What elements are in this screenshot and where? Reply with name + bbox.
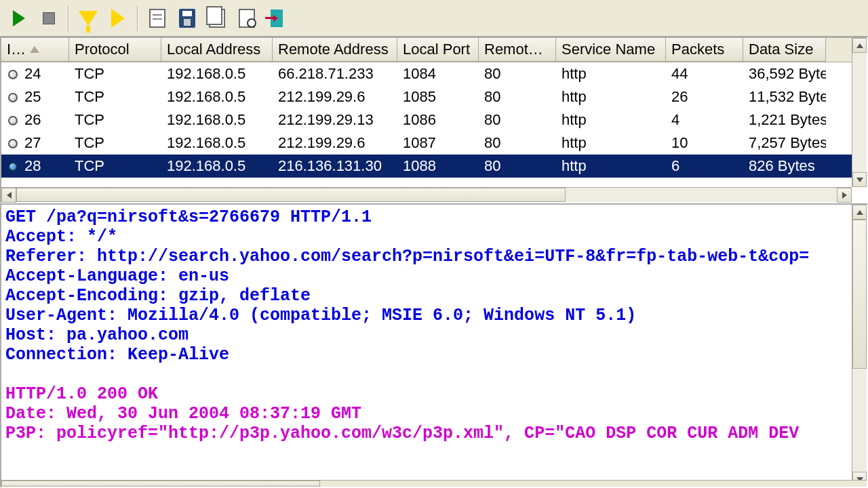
column-header-local-address[interactable]: Local Address (161, 38, 273, 62)
table-cell: 80 (479, 87, 556, 107)
table-cell: 1088 (397, 156, 479, 176)
scroll-up-button[interactable] (852, 38, 867, 53)
table-cell: 80 (479, 110, 556, 130)
document-icon (149, 9, 165, 28)
table-row[interactable]: 24TCP192.168.0.566.218.71.233108480http4… (1, 62, 867, 85)
table-cell: 6 (666, 156, 743, 176)
copy-button[interactable] (203, 5, 231, 32)
table-cell: 192.168.0.5 (161, 156, 273, 176)
chevron-up-icon (856, 43, 863, 48)
table-cell: http (556, 87, 666, 107)
column-header-local-port[interactable]: Local Port (397, 38, 479, 62)
table-row[interactable]: 28TCP192.168.0.5216.136.131.30108880http… (1, 155, 867, 178)
http-request-text: GET /pa?q=nirsoft&s=2766679 HTTP/1.1 Acc… (5, 207, 809, 365)
display-filter-button[interactable] (104, 5, 132, 32)
sort-ascending-icon (30, 46, 39, 53)
table-header-row: I… Protocol Local Address Remote Address… (1, 38, 867, 62)
table-cell: 66.218.71.233 (273, 64, 397, 84)
status-dot-icon (8, 70, 18, 79)
table-cell: 10 (666, 133, 743, 153)
column-header-remote-address[interactable]: Remote Address (273, 38, 397, 62)
exit-button[interactable] (263, 5, 290, 32)
status-dot-icon (8, 162, 18, 171)
table-cell: TCP (69, 133, 161, 153)
status-dot-icon (8, 93, 18, 102)
detail-vertical-scrollbar[interactable] (852, 205, 867, 487)
save-button[interactable] (174, 5, 201, 32)
stop-icon (43, 12, 55, 24)
table-row[interactable]: 25TCP192.168.0.5212.199.29.6108580http26… (1, 85, 867, 108)
table-cell: 212.199.29.6 (273, 87, 397, 107)
table-cell: 1,221 Bytes (743, 110, 826, 130)
status-dot-icon (8, 139, 18, 148)
toolbar-separator (68, 5, 69, 31)
chevron-up-icon (856, 210, 863, 215)
table-row[interactable]: 27TCP192.168.0.5212.199.29.6108780http10… (1, 131, 867, 155)
table-cell: 27 (1, 133, 69, 153)
table-cell: 26 (666, 87, 743, 107)
detail-horizontal-scrollbar[interactable] (1, 480, 867, 487)
table-cell: 44 (666, 64, 743, 84)
floppy-icon (179, 9, 195, 28)
table-cell: 36,592 Byte (743, 64, 826, 84)
table-cell: 28 (1, 156, 69, 176)
table-cell: 80 (479, 64, 556, 84)
table-cell: 1085 (397, 87, 479, 107)
funnel-icon (79, 11, 98, 26)
triangle-icon (111, 9, 125, 28)
table-cell: 4 (666, 110, 743, 130)
table-cell: 192.168.0.5 (161, 110, 273, 130)
table-body: 24TCP192.168.0.566.218.71.233108480http4… (1, 62, 867, 202)
properties-button[interactable] (233, 5, 260, 32)
table-cell: 7,257 Bytes (743, 133, 826, 153)
properties-icon (239, 9, 255, 28)
scroll-right-button[interactable] (837, 188, 852, 203)
exit-icon (271, 9, 283, 27)
scroll-up-button[interactable] (852, 205, 867, 220)
table-cell: 25 (1, 87, 69, 107)
table-vertical-scrollbar[interactable] (852, 38, 867, 187)
chevron-down-icon (856, 178, 863, 182)
toolbar-separator (137, 5, 138, 31)
column-header-service[interactable]: Service Name (556, 38, 666, 62)
copy-icon (209, 9, 225, 28)
scroll-left-button[interactable] (1, 188, 16, 203)
http-response-text: HTTP/1.0 200 OK Date: Wed, 30 Jun 2004 0… (5, 384, 799, 443)
table-horizontal-scrollbar[interactable] (1, 187, 852, 202)
packet-detail-text[interactable]: GET /pa?q=nirsoft&s=2766679 HTTP/1.1 Acc… (1, 205, 867, 446)
column-label: Local Address (167, 41, 260, 58)
scroll-thumb[interactable] (1, 481, 320, 487)
scroll-down-button[interactable] (852, 172, 867, 187)
scroll-track[interactable] (566, 188, 837, 202)
table-cell: 24 (1, 64, 69, 84)
table-cell: 216.136.131.30 (273, 156, 397, 176)
column-header-data-size[interactable]: Data Size (743, 38, 826, 62)
table-cell: http (556, 110, 666, 130)
capture-filter-button[interactable] (75, 5, 102, 32)
table-cell: 212.199.29.13 (273, 110, 397, 130)
column-header-packets[interactable]: Packets (666, 38, 743, 62)
column-header-index[interactable]: I… (1, 38, 69, 62)
status-dot-icon (8, 116, 18, 125)
scroll-thumb[interactable] (852, 220, 867, 369)
column-label: Data Size (749, 41, 813, 58)
table-row[interactable]: 26TCP192.168.0.5212.199.29.13108680http4… (1, 108, 867, 131)
column-header-remote-port[interactable]: Remot… (479, 38, 556, 62)
toolbar (0, 0, 868, 37)
start-capture-button[interactable] (5, 5, 33, 32)
table-cell: 1086 (397, 110, 479, 130)
column-label: Remot… (484, 41, 543, 58)
packet-detail-pane: GET /pa?q=nirsoft&s=2766679 HTTP/1.1 Acc… (0, 203, 868, 488)
table-cell: 11,532 Byte (743, 87, 826, 107)
new-button[interactable] (144, 5, 171, 32)
scroll-track[interactable] (852, 369, 867, 472)
column-header-protocol[interactable]: Protocol (69, 38, 161, 62)
stop-capture-button[interactable] (35, 5, 62, 32)
chevron-left-icon (7, 192, 12, 199)
chevron-right-icon (842, 192, 847, 199)
table-cell: http (556, 156, 666, 176)
column-label: Local Port (403, 41, 470, 58)
table-cell: 1087 (397, 133, 479, 153)
scroll-track[interactable] (852, 53, 867, 172)
scroll-thumb[interactable] (16, 188, 566, 202)
